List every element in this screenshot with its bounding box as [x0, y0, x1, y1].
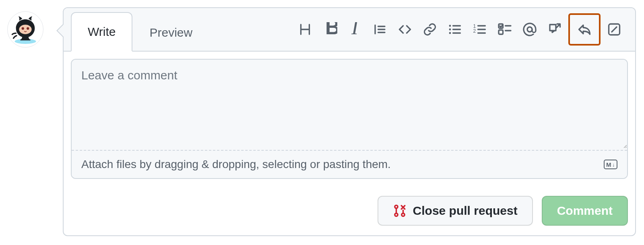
markdown-toolbar: B I 12: [294, 13, 628, 46]
comment-box: Write Preview B I: [63, 7, 636, 236]
footer-actions: Close pull request Comment: [64, 186, 635, 235]
svg-point-2: [22, 27, 24, 30]
tab-preview[interactable]: Preview: [132, 13, 209, 52]
quote-icon[interactable]: [369, 18, 391, 41]
cross-reference-icon[interactable]: [543, 18, 566, 41]
svg-rect-12: [499, 30, 503, 35]
comment-button-label: Comment: [557, 204, 613, 218]
svg-text:B: B: [325, 22, 337, 37]
octocat-icon: [10, 14, 41, 45]
close-button-label: Close pull request: [413, 204, 518, 218]
tab-write[interactable]: Write: [71, 12, 132, 52]
svg-point-13: [527, 27, 532, 32]
comment-body: Attach files by dragging & dropping, sel…: [64, 52, 635, 186]
mention-icon[interactable]: [518, 18, 541, 41]
svg-point-8: [449, 32, 451, 34]
code-icon[interactable]: [394, 18, 416, 41]
italic-icon[interactable]: I: [344, 18, 366, 41]
svg-text:2: 2: [473, 28, 476, 34]
task-list-icon[interactable]: [493, 18, 516, 41]
avatar[interactable]: [7, 11, 43, 48]
textarea-container: Attach files by dragging & dropping, sel…: [71, 59, 628, 179]
close-pull-request-button[interactable]: Close pull request: [378, 196, 533, 226]
link-icon[interactable]: [419, 18, 441, 41]
reply-icon[interactable]: [568, 13, 601, 46]
markdown-icon[interactable]: M↓: [604, 160, 617, 169]
svg-point-3: [27, 27, 29, 30]
unordered-list-icon[interactable]: [444, 18, 466, 41]
diff-ignored-icon[interactable]: [603, 18, 625, 41]
ordered-list-icon[interactable]: 12: [469, 18, 491, 41]
attach-row[interactable]: Attach files by dragging & dropping, sel…: [72, 150, 627, 178]
comment-textarea[interactable]: [72, 60, 627, 148]
comment-button[interactable]: Comment: [542, 196, 628, 226]
tab-bar: Write Preview B I: [64, 8, 635, 52]
svg-text:I: I: [351, 22, 359, 37]
svg-point-6: [449, 25, 451, 27]
git-pull-request-closed-icon: [393, 204, 407, 218]
heading-icon[interactable]: [294, 18, 316, 41]
bold-icon[interactable]: B: [319, 18, 341, 41]
svg-point-7: [449, 29, 451, 31]
attach-hint: Attach files by dragging & dropping, sel…: [81, 158, 391, 171]
svg-point-1: [19, 25, 31, 34]
